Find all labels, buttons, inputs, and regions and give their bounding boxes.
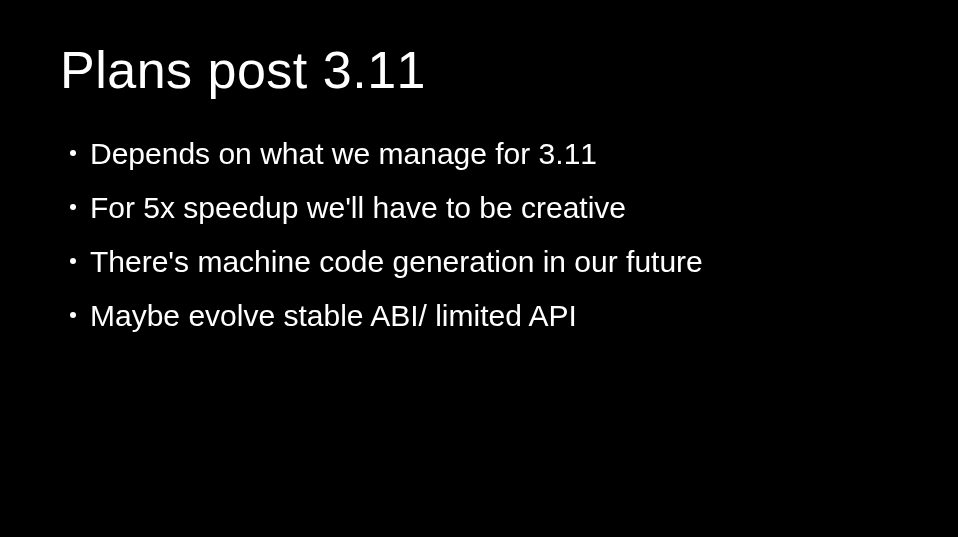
bullet-item: For 5x speedup we'll have to be creative [70,184,898,232]
slide-title: Plans post 3.11 [60,40,898,100]
bullet-text: For 5x speedup we'll have to be creative [90,184,898,232]
bullet-dot-icon [70,150,76,156]
bullet-text: Maybe evolve stable ABI/ limited API [90,292,898,340]
bullet-dot-icon [70,258,76,264]
bullet-dot-icon [70,204,76,210]
bullet-item: There's machine code generation in our f… [70,238,898,286]
presentation-slide: Plans post 3.11 Depends on what we manag… [0,0,958,537]
bullet-item: Depends on what we manage for 3.11 [70,130,898,178]
bullet-item: Maybe evolve stable ABI/ limited API [70,292,898,340]
bullet-text: Depends on what we manage for 3.11 [90,130,898,178]
bullet-text: There's machine code generation in our f… [90,238,898,286]
bullet-dot-icon [70,312,76,318]
slide-bullet-list: Depends on what we manage for 3.11 For 5… [60,130,898,340]
